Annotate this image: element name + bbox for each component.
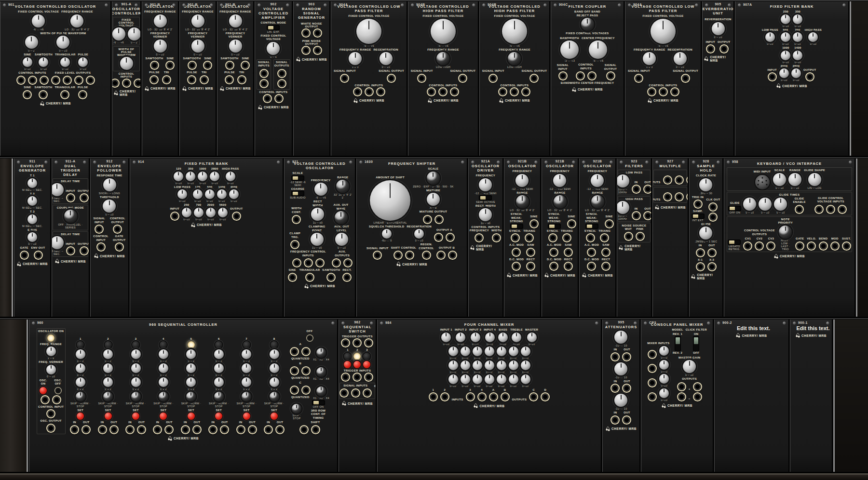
rect-jack[interactable] [342,273,352,282]
freq-range-knob[interactable] [46,347,56,356]
item-jack[interactable] [436,251,446,260]
regeneration-knob[interactable] [674,52,687,65]
pulse-jack[interactable] [187,75,196,84]
model-switch[interactable] [675,336,680,351]
item-knob[interactable] [509,374,518,384]
item-knob[interactable] [186,392,196,401]
midi-din-connector[interactable] [755,175,770,189]
treble-knob[interactable] [512,333,521,342]
d-c-mod-jack[interactable] [587,262,596,271]
2000-knob[interactable] [206,208,216,217]
in-jack[interactable] [610,352,620,361]
out-jack[interactable] [622,352,631,361]
item-jack[interactable] [587,71,597,80]
item-knob[interactable] [497,360,506,370]
sawtooth-jack[interactable] [150,61,159,70]
4000-knob[interactable] [229,189,239,199]
width-jack[interactable] [492,233,501,242]
sawtooth-jack[interactable] [188,61,197,70]
e-sus-knob[interactable] [27,232,37,242]
1400-knob[interactable] [793,51,802,60]
frequency-jack[interactable] [475,233,484,242]
x-1-jack[interactable] [696,262,705,271]
fixed-control-voltage-knob[interactable] [431,19,456,44]
item-jack[interactable] [299,425,309,434]
500-knob[interactable] [205,189,215,199]
item-jack[interactable] [670,87,679,96]
item-knob[interactable] [103,377,113,387]
note-priority-knob[interactable] [779,226,792,239]
sawtooth-jack[interactable] [39,90,48,99]
350-knob[interactable] [186,172,195,181]
item-knob[interactable] [448,374,458,384]
item-jack[interactable] [339,388,349,398]
item-knob[interactable] [76,363,85,373]
signal-output-jack[interactable] [606,71,615,80]
output-jack[interactable] [719,44,729,53]
master-knob[interactable] [527,333,537,342]
in-jack[interactable] [632,185,641,194]
set-button[interactable] [271,413,278,420]
control-output-jack[interactable] [113,225,122,234]
in-jack[interactable] [181,425,190,434]
fixed-control-voltage-knob[interactable] [502,19,527,44]
item-jack[interactable] [498,87,507,96]
item-knob[interactable] [186,349,196,359]
range-knob[interactable] [516,195,529,208]
item-jack[interactable] [648,378,657,387]
item-knob[interactable] [473,347,482,356]
item-knob[interactable] [659,360,669,370]
t-2-knob[interactable] [27,196,37,206]
pulse-knob[interactable] [78,57,88,67]
item-knob[interactable] [242,377,251,387]
scale-knob[interactable] [427,172,440,185]
sust-jack[interactable] [842,241,851,251]
item-jack[interactable] [28,76,37,85]
d-c-mod-jack[interactable] [549,262,558,271]
item-knob[interactable] [270,363,279,373]
lamp-3[interactable] [132,341,139,348]
125-knob[interactable] [174,172,183,181]
env-out-jack[interactable] [34,251,43,260]
high-pass-knob[interactable] [226,172,235,181]
350-knob[interactable] [793,14,802,24]
out-jack[interactable] [137,425,146,434]
aux-out-wave-knob[interactable] [335,211,348,224]
shift-jack[interactable] [311,425,320,434]
lamp-6[interactable] [215,341,222,348]
item-knob[interactable] [497,374,506,384]
center-frequency-knob[interactable] [589,40,607,59]
item-jack[interactable] [134,79,141,88]
item-jack[interactable] [292,258,301,267]
item-knob[interactable] [448,347,458,356]
synch-jack[interactable] [511,233,520,242]
item-jack[interactable] [341,373,350,382]
item-knob[interactable] [461,374,470,384]
item-knob[interactable] [485,374,494,384]
control-input-jack[interactable] [46,409,55,418]
out-jack[interactable] [275,425,285,434]
out-jack[interactable] [220,425,229,434]
frequency-range-knob[interactable] [436,52,449,65]
3-jack[interactable] [466,392,475,401]
signal-output-jack[interactable] [387,74,396,83]
item-button[interactable] [40,387,47,394]
mod-jack[interactable] [830,241,840,251]
item-knob[interactable] [614,362,627,375]
input-jack[interactable] [170,212,179,221]
item-jack[interactable] [86,76,95,85]
item-knob[interactable] [25,36,38,49]
item-jack[interactable] [301,28,311,38]
item-knob[interactable] [461,360,470,370]
frequency-range-knob[interactable] [70,14,83,27]
synch-weak-strong-switch[interactable] [548,224,560,228]
item-jack[interactable] [304,258,313,267]
item-jack[interactable] [51,76,60,85]
item-knob[interactable] [52,236,64,249]
item-jack[interactable] [277,79,286,88]
frequency-vernier-knob[interactable] [154,40,167,53]
fixed-control-voltage-knob[interactable] [356,19,381,44]
out-jack[interactable] [248,425,257,434]
item-knob[interactable] [214,349,224,359]
item-knob[interactable] [743,198,756,211]
